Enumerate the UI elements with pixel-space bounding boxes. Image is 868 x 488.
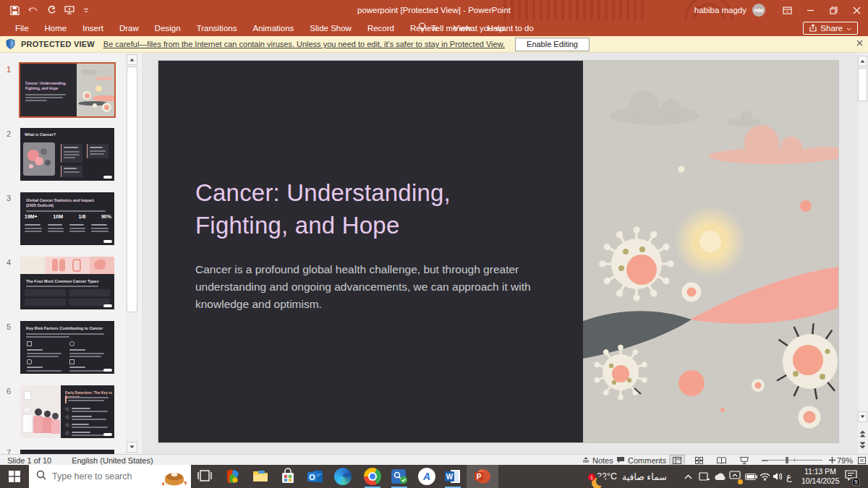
slide-sorter-view-button[interactable] (691, 455, 707, 466)
slide-body-text[interactable]: Cancer is a profound global health chall… (195, 261, 534, 313)
slide-thumbnail-panel: 1 Cancer: Understanding, Fighting, and H… (0, 53, 142, 454)
action-center-button[interactable]: 5 (845, 465, 857, 488)
tab-insert[interactable]: Insert (75, 20, 111, 36)
thumbnail-number: 4 (7, 258, 11, 267)
comments-icon (616, 456, 625, 465)
thumb4-title: The Four Most Common Cancer Types (26, 279, 98, 283)
edge-icon[interactable] (334, 468, 352, 485)
scroll-up-icon[interactable] (127, 54, 137, 65)
close-button[interactable] (845, 0, 868, 20)
slide-thumbnail-1[interactable]: Cancer: Understanding, Fighting, and Hop… (20, 64, 114, 116)
notes-label: Notes (592, 456, 613, 465)
notes-toggle[interactable]: Notes (582, 455, 613, 466)
file-explorer-icon[interactable] (252, 468, 269, 485)
language-status[interactable]: English (United States) (72, 456, 153, 465)
protected-view-message[interactable]: Be careful—files from the Internet can c… (103, 40, 505, 48)
start-button[interactable] (0, 465, 29, 488)
ribbon-tab-strip: File Home Insert Draw Design Transitions… (0, 20, 868, 36)
zoom-slider-track[interactable] (767, 460, 822, 461)
chrome-icon[interactable] (364, 468, 381, 485)
restore-button[interactable] (822, 0, 845, 20)
tab-draw[interactable]: Draw (111, 20, 147, 36)
taskbar-search[interactable] (29, 465, 191, 488)
slide-indicator[interactable]: Slide 1 of 10 (7, 456, 51, 465)
weather-widget[interactable]: 1 22°C سماء صافية (592, 465, 667, 488)
search-icon (36, 470, 46, 483)
share-button[interactable]: Share (803, 22, 858, 35)
slide-canvas[interactable]: Cancer: Understanding, Fighting, and Hop… (142, 53, 858, 454)
fit-slide-to-window-button[interactable] (854, 455, 868, 466)
screen-share-icon[interactable] (729, 465, 741, 488)
scroll-down-icon[interactable] (858, 411, 867, 422)
slide-thumbnail-4[interactable]: The Four Most Common Cancer Types (20, 257, 114, 309)
tab-slide-show[interactable]: Slide Show (302, 20, 359, 36)
workspace: 1 Cancer: Understanding, Fighting, and H… (0, 53, 868, 454)
scroll-down-icon[interactable] (127, 442, 137, 453)
tab-file[interactable]: File (7, 20, 37, 36)
task-view-button[interactable] (197, 468, 214, 485)
tab-transitions[interactable]: Transitions (189, 20, 245, 36)
lightbulb-icon (418, 22, 426, 35)
banner-close-icon[interactable] (856, 39, 864, 48)
wifi-icon[interactable] (760, 465, 770, 488)
minimize-button[interactable] (799, 0, 822, 20)
svg-text:P: P (477, 473, 482, 481)
slide-title[interactable]: Cancer: Understanding, Fighting, and Hop… (195, 176, 528, 241)
comments-toggle[interactable]: Comments (616, 455, 666, 466)
next-slide-button[interactable] (858, 439, 867, 452)
account-name[interactable]: habiba magdy (694, 6, 746, 14)
slide-thumbnail-5[interactable]: Key Risk Factors Contributing to Cancer (20, 321, 114, 374)
language-indicator[interactable]: ع (786, 465, 791, 488)
enable-editing-button[interactable]: Enable Editing (515, 38, 590, 51)
slideshow-view-button[interactable] (736, 455, 752, 466)
current-slide[interactable]: Cancer: Understanding, Fighting, and Hop… (158, 61, 838, 442)
scrollbar-thumb[interactable] (127, 67, 137, 312)
clock-date: 10/14/2025 (801, 476, 839, 486)
avatar[interactable]: HM (752, 4, 765, 17)
zoom-slider-center-tick (794, 458, 795, 462)
thumb1-title: Cancer: Understanding, Fighting, and Hop… (25, 81, 67, 90)
zoom-slider-thumb[interactable] (786, 457, 788, 463)
taskbar-clock[interactable]: 11:13 PM 10/14/2025 (801, 467, 839, 486)
onedrive-icon[interactable] (714, 465, 726, 488)
comments-label: Comments (628, 456, 666, 465)
normal-view-button[interactable] (669, 455, 685, 466)
clock-time: 11:13 PM (801, 467, 839, 476)
weather-description: سماء صافية (622, 471, 667, 482)
word-icon[interactable]: W (444, 468, 461, 485)
tab-record[interactable]: Record (359, 20, 402, 36)
tell-me-box[interactable]: Tell me what you want to do (418, 20, 534, 36)
a-launcher-icon[interactable]: A (418, 468, 435, 485)
outlook-icon[interactable]: O (307, 468, 324, 485)
tab-design[interactable]: Design (147, 20, 189, 36)
battery-icon[interactable] (745, 465, 757, 488)
office-app-icon[interactable] (224, 468, 242, 485)
protected-view-banner: PROTECTED VIEW Be careful—files from the… (0, 36, 868, 53)
share-label: Share (820, 24, 843, 33)
weather-badge: 1 (588, 474, 595, 481)
tablet-device-icon[interactable] (699, 465, 710, 488)
stat-value: 90% (101, 214, 111, 219)
slide-thumbnail-6[interactable]: Early Detection: The Key to Survival (20, 385, 114, 438)
thumbnail-scrollbar[interactable] (126, 53, 138, 454)
main-scrollbar[interactable] (858, 53, 868, 454)
volume-icon[interactable] (773, 465, 783, 488)
scrollbar-thumb[interactable] (858, 68, 867, 101)
reading-view-button[interactable] (713, 455, 729, 466)
tab-home[interactable]: Home (37, 20, 75, 36)
notification-dot (738, 479, 743, 484)
microsoft-store-icon[interactable] (279, 468, 297, 485)
search-input[interactable] (52, 471, 146, 481)
tray-chevron-up-icon[interactable] (684, 465, 692, 488)
scroll-up-icon[interactable] (858, 56, 867, 67)
slide-thumbnail-3[interactable]: Global Cancer Statistics and Impact (202… (20, 192, 114, 245)
tab-animations[interactable]: Animations (244, 20, 302, 36)
slide-thumbnail-2[interactable]: What is Cancer? (20, 128, 114, 181)
password-manager-icon[interactable] (391, 468, 408, 485)
zoom-percentage[interactable]: 79% (837, 456, 853, 465)
powerpoint-taskbar-active[interactable]: P (467, 465, 498, 488)
search-doodle-pie-icon[interactable] (161, 466, 188, 488)
thumb2-title: What is Cancer? (25, 132, 56, 137)
notes-icon (582, 456, 590, 465)
ribbon-display-options-button[interactable] (775, 0, 799, 20)
